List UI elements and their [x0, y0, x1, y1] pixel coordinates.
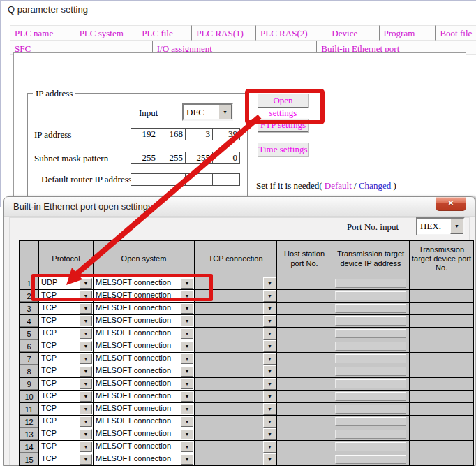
- ip-octet-field[interactable]: 192: [131, 128, 158, 140]
- chevron-down-icon[interactable]: ▼: [263, 453, 276, 465]
- router-octet-field[interactable]: [212, 173, 240, 186]
- time-settings-button[interactable]: Time settings: [258, 143, 308, 156]
- open-system-dropdown[interactable]: MELSOFT connection▼: [94, 428, 195, 441]
- subnet-octet-field[interactable]: 0: [212, 152, 240, 164]
- open-system-dropdown[interactable]: MELSOFT connection▼: [94, 353, 195, 365]
- tcp-connection-dropdown[interactable]: ▼: [195, 315, 277, 328]
- chevron-down-icon[interactable]: ▼: [80, 303, 92, 314]
- protocol-dropdown[interactable]: TCP▼: [39, 453, 94, 466]
- router-octet-field[interactable]: [158, 173, 186, 186]
- subnet-octet-field[interactable]: 255: [185, 152, 213, 164]
- tab-plc-name[interactable]: PLC name: [10, 25, 75, 41]
- open-system-dropdown[interactable]: MELSOFT connection▼: [94, 378, 195, 391]
- router-octet-field[interactable]: [185, 173, 213, 186]
- chevron-down-icon[interactable]: ▼: [263, 428, 276, 440]
- open-system-dropdown[interactable]: MELSOFT connection▼: [94, 277, 195, 290]
- protocol-dropdown[interactable]: TCP▼: [39, 290, 94, 303]
- open-system-dropdown[interactable]: MELSOFT connection▼: [94, 303, 195, 315]
- open-system-dropdown[interactable]: MELSOFT connection▼: [94, 315, 195, 328]
- chevron-down-icon[interactable]: ▼: [181, 379, 193, 389]
- tcp-connection-dropdown[interactable]: ▼: [195, 391, 277, 403]
- chevron-down-icon[interactable]: ▼: [80, 278, 92, 289]
- chevron-down-icon[interactable]: ▼: [80, 328, 92, 339]
- protocol-dropdown[interactable]: TCP▼: [39, 340, 94, 353]
- protocol-dropdown[interactable]: TCP▼: [39, 391, 94, 403]
- chevron-down-icon[interactable]: ▼: [218, 105, 232, 119]
- note-default-link[interactable]: Default: [325, 180, 352, 191]
- chevron-down-icon[interactable]: ▼: [263, 303, 276, 314]
- chevron-down-icon[interactable]: ▼: [263, 391, 276, 402]
- tcp-connection-dropdown[interactable]: ▼: [195, 303, 277, 315]
- tab-boot-file[interactable]: Boot file: [435, 25, 476, 41]
- open-system-dropdown[interactable]: MELSOFT connection▼: [94, 416, 195, 428]
- chevron-down-icon[interactable]: ▼: [181, 391, 193, 402]
- dialog-titlebar[interactable]: Built-in Ethernet port open settings ✕: [4, 197, 475, 217]
- tab-plc-file[interactable]: PLC file: [137, 25, 191, 41]
- ip-octet-field[interactable]: 168: [158, 128, 186, 140]
- tab-plc-ras1[interactable]: PLC RAS(1): [191, 25, 255, 41]
- chevron-down-icon[interactable]: ▼: [181, 303, 193, 314]
- chevron-down-icon[interactable]: ▼: [80, 316, 92, 326]
- chevron-down-icon[interactable]: ▼: [263, 328, 276, 340]
- note-changed-link[interactable]: Changed: [359, 180, 391, 191]
- chevron-down-icon[interactable]: ▼: [263, 378, 276, 390]
- protocol-dropdown[interactable]: TCP▼: [39, 353, 94, 365]
- close-icon[interactable]: ✕: [436, 197, 466, 211]
- chevron-down-icon[interactable]: ▼: [181, 404, 193, 414]
- chevron-down-icon[interactable]: ▼: [80, 341, 92, 351]
- open-system-dropdown[interactable]: MELSOFT connection▼: [94, 340, 195, 353]
- chevron-down-icon[interactable]: ▼: [80, 416, 92, 427]
- open-system-dropdown[interactable]: MELSOFT connection▼: [94, 403, 195, 416]
- chevron-down-icon[interactable]: ▼: [263, 403, 276, 415]
- chevron-down-icon[interactable]: ▼: [181, 366, 193, 377]
- chevron-down-icon[interactable]: ▼: [80, 442, 92, 452]
- chevron-down-icon[interactable]: ▼: [263, 353, 276, 365]
- chevron-down-icon[interactable]: ▼: [80, 354, 92, 364]
- chevron-down-icon[interactable]: ▼: [80, 391, 92, 402]
- chevron-down-icon[interactable]: ▼: [181, 328, 193, 339]
- open-system-dropdown[interactable]: MELSOFT connection▼: [94, 453, 195, 466]
- subnet-octet-field[interactable]: 255: [158, 152, 186, 164]
- chevron-down-icon[interactable]: ▼: [263, 340, 276, 352]
- tab-plc-system[interactable]: PLC system: [75, 25, 137, 41]
- open-system-dropdown[interactable]: MELSOFT connection▼: [94, 441, 195, 453]
- open-system-dropdown[interactable]: MELSOFT connection▼: [94, 328, 195, 340]
- tcp-connection-dropdown[interactable]: ▼: [195, 403, 277, 416]
- protocol-dropdown[interactable]: TCP▼: [39, 315, 94, 328]
- tab-plc-ras2[interactable]: PLC RAS(2): [255, 25, 327, 41]
- tcp-connection-dropdown[interactable]: ▼: [195, 428, 277, 441]
- ip-octet-field[interactable]: 3: [185, 128, 213, 140]
- protocol-dropdown[interactable]: TCP▼: [39, 416, 94, 428]
- chevron-down-icon[interactable]: ▼: [181, 416, 193, 427]
- tcp-connection-dropdown[interactable]: ▼: [195, 365, 277, 378]
- chevron-down-icon[interactable]: ▼: [263, 315, 276, 327]
- chevron-down-icon[interactable]: ▼: [181, 429, 193, 439]
- tcp-connection-dropdown[interactable]: ▼: [195, 290, 277, 303]
- subnet-octet-field[interactable]: 255: [131, 152, 158, 164]
- tcp-connection-dropdown[interactable]: ▼: [195, 277, 277, 290]
- tcp-connection-dropdown[interactable]: ▼: [195, 441, 277, 453]
- tcp-connection-dropdown[interactable]: ▼: [195, 328, 277, 340]
- tab-device[interactable]: Device: [327, 25, 378, 41]
- chevron-down-icon[interactable]: ▼: [263, 416, 276, 428]
- open-system-dropdown[interactable]: MELSOFT connection▼: [94, 365, 195, 378]
- chevron-down-icon[interactable]: ▼: [181, 442, 193, 452]
- open-system-dropdown[interactable]: MELSOFT connection▼: [94, 391, 195, 403]
- protocol-dropdown[interactable]: TCP▼: [39, 303, 94, 315]
- protocol-dropdown[interactable]: TCP▼: [39, 428, 94, 441]
- ftp-settings-button[interactable]: FTP settings: [258, 118, 308, 132]
- tcp-connection-dropdown[interactable]: ▼: [195, 453, 277, 466]
- protocol-dropdown[interactable]: TCP▼: [39, 441, 94, 453]
- ip-octet-field[interactable]: 39: [212, 128, 240, 140]
- chevron-down-icon[interactable]: ▼: [80, 366, 92, 377]
- protocol-dropdown[interactable]: TCP▼: [39, 378, 94, 391]
- chevron-down-icon[interactable]: ▼: [80, 429, 92, 439]
- protocol-dropdown[interactable]: TCP▼: [39, 365, 94, 378]
- chevron-down-icon[interactable]: ▼: [80, 404, 92, 414]
- open-settings-button[interactable]: Open settings: [258, 94, 308, 108]
- chevron-down-icon[interactable]: ▼: [181, 291, 193, 301]
- protocol-dropdown[interactable]: TCP▼: [39, 403, 94, 416]
- chevron-down-icon[interactable]: ▼: [181, 316, 193, 326]
- chevron-down-icon[interactable]: ▼: [263, 441, 276, 453]
- port-no-input-select[interactable]: HEX. ▼: [416, 217, 465, 235]
